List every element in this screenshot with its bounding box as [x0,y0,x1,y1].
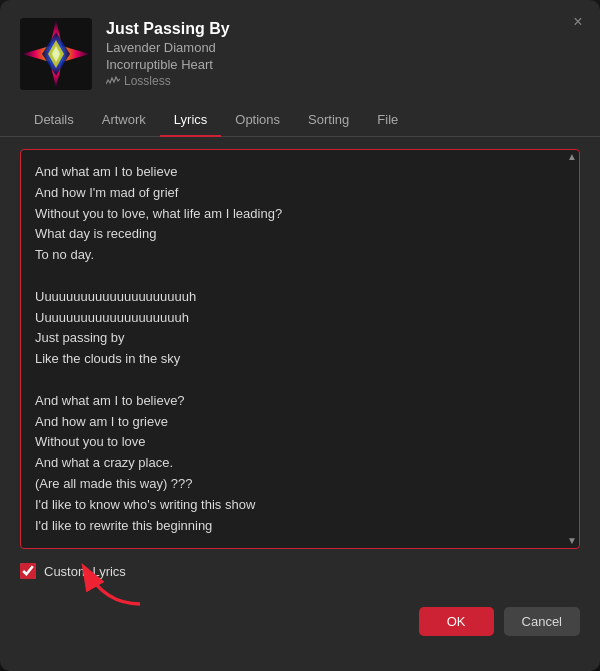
dialog: × [0,0,600,671]
cancel-button[interactable]: Cancel [504,607,580,636]
tab-details[interactable]: Details [20,104,88,137]
track-artist: Lavender Diamond [106,40,230,55]
custom-lyrics-row: Custom Lyrics [20,563,580,579]
lyrics-textarea[interactable] [21,150,579,548]
close-button[interactable]: × [570,14,586,30]
track-info: Just Passing By Lavender Diamond Incorru… [106,20,230,88]
custom-lyrics-checkbox[interactable] [20,563,36,579]
tab-sorting[interactable]: Sorting [294,104,363,137]
tab-options[interactable]: Options [221,104,294,137]
ok-button[interactable]: OK [419,607,494,636]
tab-artwork[interactable]: Artwork [88,104,160,137]
scrollbar-up-arrow: ▲ [567,152,577,162]
artwork-thumbnail [20,18,92,90]
lyrics-wrapper: ▲ ▼ [20,149,580,549]
track-album: Incorruptible Heart [106,57,230,72]
tab-content: ▲ ▼ Custom Lyrics [0,137,600,591]
tab-file[interactable]: File [363,104,412,137]
track-title: Just Passing By [106,20,230,38]
lossless-icon [106,76,120,86]
track-quality: Lossless [106,74,230,88]
tab-bar: Details Artwork Lyrics Options Sorting F… [0,104,600,137]
dialog-header: Just Passing By Lavender Diamond Incorru… [0,0,600,104]
tab-lyrics[interactable]: Lyrics [160,104,221,137]
arrow-indicator [75,559,155,609]
scrollbar-down-arrow: ▼ [567,536,577,546]
